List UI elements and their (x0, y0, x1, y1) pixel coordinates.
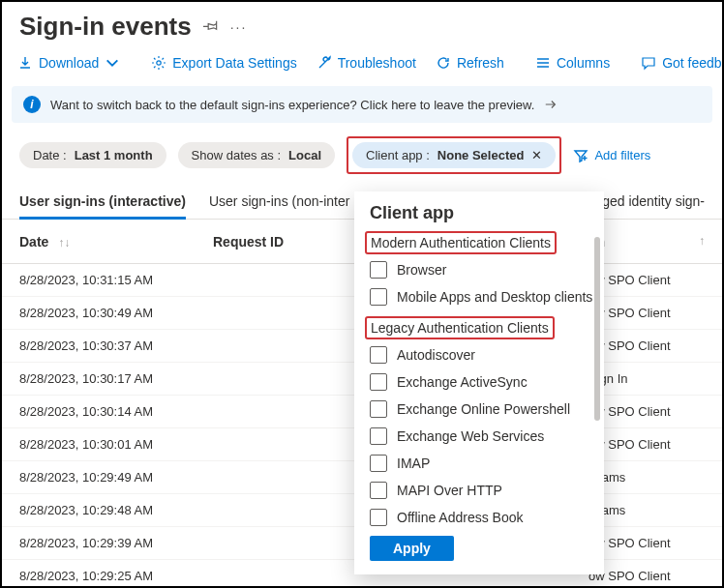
filter-date-value: Last 1 month (75, 148, 153, 162)
checkbox[interactable] (370, 346, 387, 364)
dropdown-option-label: Mobile Apps and Desktop clients (397, 289, 592, 305)
cell-application: ow SPO Client (588, 306, 705, 320)
dropdown-option[interactable]: IMAP (370, 450, 598, 477)
cell-date: 8/28/2023, 10:29:25 AM (19, 569, 213, 583)
preview-banner-text: Want to switch back to the default sign-… (50, 98, 534, 112)
troubleshoot-icon (317, 55, 332, 71)
add-filter-icon (573, 148, 588, 163)
cell-date: 8/28/2023, 10:29:48 AM (19, 503, 213, 517)
dropdown-group-modern: Modern Authentication Clients (370, 231, 598, 256)
tab-managed-identity[interactable]: ged identity sign- (602, 186, 705, 219)
dropdown-option-label: MAPI Over HTTP (397, 483, 502, 498)
dropdown-group-legacy: Legacy Authentication Clients (370, 316, 598, 341)
cell-date: 8/28/2023, 10:30:14 AM (19, 404, 213, 419)
filter-date[interactable]: Date : Last 1 month (19, 142, 166, 168)
feedback-icon (641, 55, 656, 71)
cell-application: ow SPO Client (588, 338, 705, 353)
dropdown-option[interactable]: Exchange ActiveSync (370, 368, 598, 396)
more-icon[interactable]: ··· (230, 19, 248, 35)
checkbox[interactable] (370, 482, 387, 499)
close-icon[interactable]: ✕ (531, 148, 542, 162)
feedback-label: Got feedback? (662, 55, 724, 71)
refresh-icon (436, 55, 451, 71)
checkbox[interactable] (370, 288, 387, 306)
dropdown-option-label: IMAP (397, 456, 430, 471)
pin-icon[interactable] (203, 17, 219, 36)
filter-show-dates-label: Show dates as : (192, 148, 282, 162)
dropdown-option[interactable]: Mobile Apps and Desktop clients (370, 283, 598, 310)
preview-banner[interactable]: i Want to switch back to the default sig… (12, 86, 712, 123)
apply-button[interactable]: Apply (370, 536, 454, 561)
cell-date: 8/28/2023, 10:30:01 AM (19, 437, 213, 452)
dropdown-option[interactable]: MAPI Over HTTP (370, 477, 598, 504)
sort-icon[interactable]: ↑↓ (58, 236, 70, 250)
download-label: Download (39, 55, 99, 71)
gear-icon (151, 55, 166, 71)
filter-client-app-label: Client app : (366, 148, 430, 162)
dropdown-option-label: Exchange ActiveSync (397, 374, 528, 390)
cell-application: Sign In (588, 371, 705, 386)
columns-label: Columns (557, 55, 610, 71)
cell-date: 8/28/2023, 10:30:17 AM (19, 371, 213, 386)
dropdown-option[interactable]: Exchange Online Powershell (370, 396, 598, 423)
svg-point-0 (157, 61, 161, 65)
dropdown-option-label: Browser (397, 262, 446, 278)
filter-show-dates[interactable]: Show dates as : Local (178, 142, 335, 168)
filter-client-app[interactable]: Client app : None Selected ✕ (352, 142, 556, 168)
filter-bar: Date : Last 1 month Show dates as : Loca… (2, 127, 722, 186)
dropdown-option[interactable]: Exchange Web Services (370, 423, 598, 450)
refresh-label: Refresh (457, 55, 504, 71)
dropdown-option-label: Offline Address Book (397, 510, 523, 525)
dropdown-option[interactable]: Browser (370, 256, 598, 283)
columns-button[interactable]: Columns (528, 51, 618, 74)
cell-application: ow SPO Client (588, 404, 705, 419)
arrow-right-icon (544, 98, 558, 111)
column-header-date[interactable]: Date ↑↓ (19, 234, 213, 250)
troubleshoot-button[interactable]: Troubleshoot (309, 51, 424, 74)
column-header-date-label: Date (19, 234, 48, 250)
dropdown-option-label: Exchange Web Services (397, 428, 544, 444)
chevron-down-icon (105, 55, 120, 71)
columns-icon (535, 55, 551, 71)
cell-date: 8/28/2023, 10:29:39 AM (19, 536, 213, 550)
tab-user-signins-noninteractive[interactable]: User sign-ins (non-inter (209, 186, 350, 219)
dropdown-option[interactable]: Offline Address Book (370, 504, 598, 528)
client-app-dropdown: Client app Modern Authentication Clients… (354, 191, 604, 574)
download-icon (17, 55, 33, 71)
cell-application: ow SPO Client (588, 569, 705, 583)
cell-application: Teams (588, 503, 705, 517)
filter-client-app-value: None Selected (437, 148, 525, 162)
checkbox[interactable] (370, 427, 387, 445)
feedback-button[interactable]: Got feedback? (633, 51, 724, 74)
checkbox[interactable] (370, 261, 387, 279)
cell-date: 8/28/2023, 10:29:49 AM (19, 470, 213, 485)
dropdown-option-label: Autodiscover (397, 347, 475, 363)
tab-user-signins-interactive[interactable]: User sign-ins (interactive) (19, 186, 186, 220)
filter-date-label: Date : (33, 148, 67, 162)
page-title: Sign-in events (19, 12, 192, 42)
dropdown-option-label: Exchange Online Powershell (397, 401, 570, 417)
export-settings-button[interactable]: Export Data Settings (143, 51, 304, 74)
filter-show-dates-value: Local (288, 148, 321, 162)
cell-application: Teams (588, 470, 705, 485)
export-settings-label: Export Data Settings (172, 55, 296, 71)
column-header-application[interactable]: on ↑ (588, 234, 705, 250)
scrollbar[interactable] (594, 237, 600, 421)
add-filters-label: Add filters (594, 148, 650, 162)
sort-icon[interactable]: ↑ (699, 234, 705, 248)
cell-application: ow SPO Client (588, 536, 705, 550)
cell-application: ow SPO Client (588, 437, 705, 452)
info-icon: i (23, 96, 41, 113)
refresh-button[interactable]: Refresh (428, 51, 512, 74)
checkbox[interactable] (370, 455, 387, 472)
checkbox[interactable] (370, 509, 387, 526)
download-button[interactable]: Download (10, 51, 128, 74)
dropdown-option[interactable]: Autodiscover (370, 341, 598, 368)
checkbox[interactable] (370, 400, 387, 418)
cell-application: ow SPO Client (588, 273, 705, 287)
checkbox[interactable] (370, 373, 387, 391)
cell-date: 8/28/2023, 10:31:15 AM (19, 273, 213, 287)
add-filters-button[interactable]: Add filters (573, 148, 650, 163)
command-bar: Download Export Data Settings Troublesho… (2, 45, 722, 82)
dropdown-title: Client app (354, 191, 604, 231)
